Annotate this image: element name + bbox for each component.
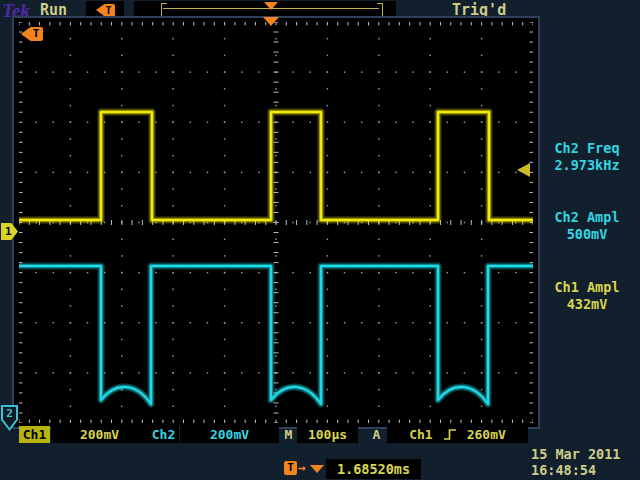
delay-t-badge: T [284, 461, 297, 475]
ch2-scale-readout: 200mV [180, 426, 279, 443]
waveform-display [19, 22, 533, 423]
delay-arrow-icon: → [298, 460, 306, 475]
trigger-t-badge: T [103, 4, 115, 17]
ch1-scale-readout: 200mV [51, 426, 148, 443]
measurement-label: Ch2 Ampl [534, 209, 640, 226]
trigger-left-arrow-icon: T [96, 4, 115, 17]
trace-ch1 [19, 112, 533, 220]
measurement-ch2-freq: Ch2 Freq 2.973kHz [534, 140, 640, 174]
left-triangle-icon [96, 5, 103, 15]
ch2-ground-reference-label: 2 [3, 407, 16, 428]
date-text: 15 Mar 2011 [531, 446, 639, 462]
timebase-readout: 100µs [297, 426, 358, 443]
trace-ch1 [19, 112, 533, 220]
trigger-t-badge: T [29, 27, 43, 41]
record-position-marker-icon [264, 2, 278, 10]
trigger-readout: Ch1 260mV [387, 426, 528, 443]
ch1-channel-badge: Ch1 [19, 426, 50, 443]
trigger-source: Ch1 [409, 426, 432, 443]
measurement-value: 432mV [534, 296, 640, 313]
trigger-level-arrow-icon [517, 163, 530, 177]
ch2-channel-badge: Ch2 [148, 426, 179, 443]
left-triangle-icon [21, 28, 29, 40]
measurement-label: Ch2 Freq [534, 140, 640, 157]
delay-marker-icon [310, 465, 324, 473]
trigger-level: 260mV [467, 426, 506, 443]
measurement-ch1-ampl: Ch1 Ampl 432mV [534, 279, 640, 313]
measurement-value: 2.973kHz [534, 157, 640, 174]
trigger-time-marker: T [21, 27, 43, 41]
trigger-source-label: A [369, 426, 384, 443]
rising-edge-icon [442, 428, 458, 441]
trace-ch1 [19, 112, 533, 220]
measurement-ch2-ampl: Ch2 Ampl 500mV [534, 209, 640, 243]
record-view-left-bracket [161, 3, 167, 17]
trigger-position-marker-icon [263, 17, 279, 26]
time-text: 16:48:54 [531, 462, 639, 478]
measurement-value: 500mV [534, 226, 640, 243]
record-view-right-bracket [377, 3, 383, 17]
timebase-label: M [281, 426, 296, 443]
datetime-readout: 15 Mar 2011 16:48:54 [531, 446, 639, 478]
delay-time-readout: 1.68520ms [326, 459, 421, 479]
measurement-label: Ch1 Ampl [534, 279, 640, 296]
